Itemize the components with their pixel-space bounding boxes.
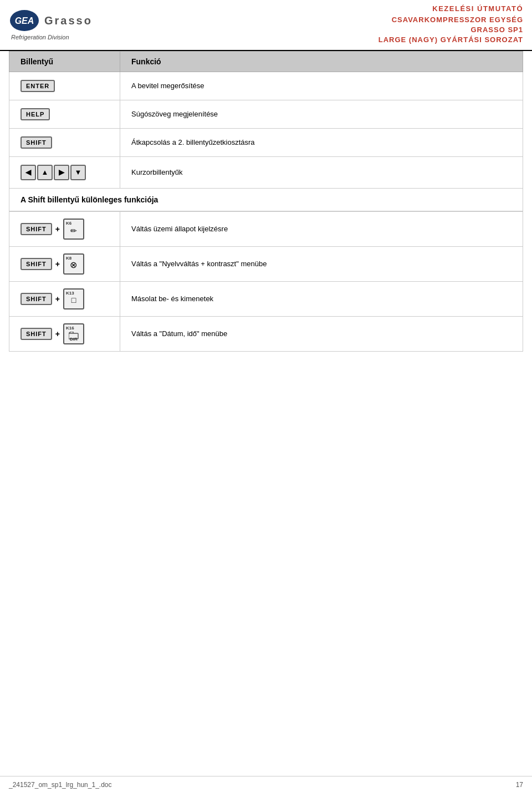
logo-container: GEA Grasso bbox=[9, 9, 120, 32]
k6-key-icon: K6 ✏ bbox=[63, 219, 84, 240]
shift-combo-cell: SHIFT + K13 □ bbox=[9, 281, 120, 316]
gea-logo-icon: GEA bbox=[9, 9, 40, 32]
footer-filename: _241527_om_sp1_lrg_hun_1_.doc bbox=[9, 781, 112, 789]
function-cell: Másolat be- és kimenetek bbox=[120, 281, 523, 316]
logo-area: GEA Grasso Refrigeration Division bbox=[9, 4, 120, 45]
arrow-left-key: ◀ bbox=[21, 165, 36, 180]
shift-k8-combo: SHIFT + K8 ⊗ bbox=[21, 253, 109, 275]
key-cell: ENTER bbox=[9, 72, 120, 100]
function-cell: Súgószöveg megjelenítése bbox=[120, 100, 523, 128]
plus-icon: + bbox=[55, 295, 60, 303]
page-footer: _241527_om_sp1_lrg_hun_1_.doc 17 bbox=[0, 776, 532, 793]
table-row: SHIFT + K6 ✏ Váltás üzemi állapot kijelz… bbox=[9, 211, 523, 246]
shift-k16-combo: SHIFT + K16 DIR bbox=[21, 323, 109, 344]
shift-combo-cell: SHIFT + K6 ✏ bbox=[9, 211, 120, 246]
key-cell: ◀ ▲ ▶ ▼ bbox=[9, 156, 120, 188]
k8-number: K8 bbox=[66, 256, 71, 261]
key-cell: HELP bbox=[9, 100, 120, 128]
col-key-header: Billentyű bbox=[9, 51, 120, 72]
shift-k13-combo: SHIFT + K13 □ bbox=[21, 288, 109, 309]
shift-combo-cell: SHIFT + K8 ⊗ bbox=[9, 246, 120, 281]
main-title: KEZELÉSI ÚTMUTATÓ bbox=[432, 4, 523, 13]
key-table: Billentyű Funkció ENTER A bevitel megerő… bbox=[9, 51, 523, 189]
table-row: ENTER A bevitel megerősítése bbox=[9, 72, 523, 100]
header-title-area: KEZELÉSI ÚTMUTATÓ CSAVARKOMPRESSZOR EGYS… bbox=[120, 4, 523, 45]
shift-badge: SHIFT bbox=[21, 223, 52, 235]
k13-symbol: □ bbox=[71, 296, 76, 304]
k8-symbol: ⊗ bbox=[70, 260, 77, 270]
footer-page: 17 bbox=[516, 781, 523, 789]
table-header-row: Billentyű Funkció bbox=[9, 51, 523, 72]
function-cell: Átkapcsolás a 2. billentyűzetkiosztásra bbox=[120, 128, 523, 156]
function-cell: A bevitel megerősítése bbox=[120, 72, 523, 100]
k6-symbol: ✏ bbox=[70, 226, 77, 235]
k16-key-icon: K16 DIR bbox=[63, 323, 84, 344]
sub-title-line4: LARGE (NAGY) GYÁRTÁSI SOROZAT bbox=[378, 35, 523, 45]
function-cell: Váltás a "Nyelvváltás + kontraszt" menüb… bbox=[120, 246, 523, 281]
k16-number: K16 bbox=[66, 326, 74, 331]
refrigeration-division-text: Refrigeration Division bbox=[9, 34, 120, 40]
table-row: SHIFT + K8 ⊗ Váltás a "Nyelvváltás + kon… bbox=[9, 246, 523, 281]
arrow-right-key: ▶ bbox=[54, 165, 69, 180]
function-cell: Kurzorbillentyűk bbox=[120, 156, 523, 188]
shift-badge: SHIFT bbox=[21, 293, 52, 305]
shift-k6-combo: SHIFT + K6 ✏ bbox=[21, 219, 109, 240]
main-content: Billentyű Funkció ENTER A bevitel megerő… bbox=[0, 51, 532, 352]
k13-number: K13 bbox=[66, 291, 74, 296]
k13-key-icon: K13 □ bbox=[63, 288, 84, 309]
sub-title-line2: CSAVARKOMPRESSZOR EGYSÉG bbox=[392, 15, 523, 25]
k8-key-icon: K8 ⊗ bbox=[63, 253, 84, 275]
sub-title-line3: GRASSO SP1 bbox=[470, 25, 523, 35]
table-row: SHIFT + K16 DIR Váltás a "D bbox=[9, 316, 523, 351]
shift-badge: SHIFT bbox=[21, 328, 52, 340]
col-function-header: Funkció bbox=[120, 51, 523, 72]
grasso-brand-text: Grasso bbox=[44, 14, 93, 27]
shift-combo-cell: SHIFT + K16 DIR bbox=[9, 316, 120, 351]
plus-icon: + bbox=[55, 329, 60, 338]
arrow-keys-group: ◀ ▲ ▶ ▼ bbox=[21, 165, 109, 180]
shift-combo-table: SHIFT + K6 ✏ Váltás üzemi állapot kijelz… bbox=[9, 211, 523, 352]
function-cell: Váltás üzemi állapot kijelzésre bbox=[120, 211, 523, 246]
table-row: SHIFT + K13 □ Másolat be- és kimenetek bbox=[9, 281, 523, 316]
help-key-badge: HELP bbox=[21, 108, 50, 120]
function-cell: Váltás a "Dátum, idő" menübe bbox=[120, 316, 523, 351]
svg-text:GEA: GEA bbox=[15, 16, 34, 26]
plus-icon: + bbox=[55, 260, 60, 268]
plus-icon: + bbox=[55, 225, 60, 234]
k16-label: DIR bbox=[70, 337, 78, 342]
table-row: SHIFT Átkapcsolás a 2. billentyűzetkiosz… bbox=[9, 128, 523, 156]
table-row: HELP Súgószöveg megjelenítése bbox=[9, 100, 523, 128]
shift-key-badge: SHIFT bbox=[21, 136, 52, 149]
table-row: ◀ ▲ ▶ ▼ Kurzorbillentyűk bbox=[9, 156, 523, 188]
key-cell: SHIFT bbox=[9, 128, 120, 156]
k6-number: K6 bbox=[66, 221, 71, 226]
page-header: GEA Grasso Refrigeration Division KEZELÉ… bbox=[0, 0, 532, 51]
arrow-down-key: ▼ bbox=[70, 165, 86, 180]
shift-badge: SHIFT bbox=[21, 258, 52, 270]
shift-section-title: A Shift billentyű különleges funkciója bbox=[9, 189, 523, 211]
arrow-up-key: ▲ bbox=[37, 165, 53, 180]
enter-key-badge: ENTER bbox=[21, 80, 55, 92]
